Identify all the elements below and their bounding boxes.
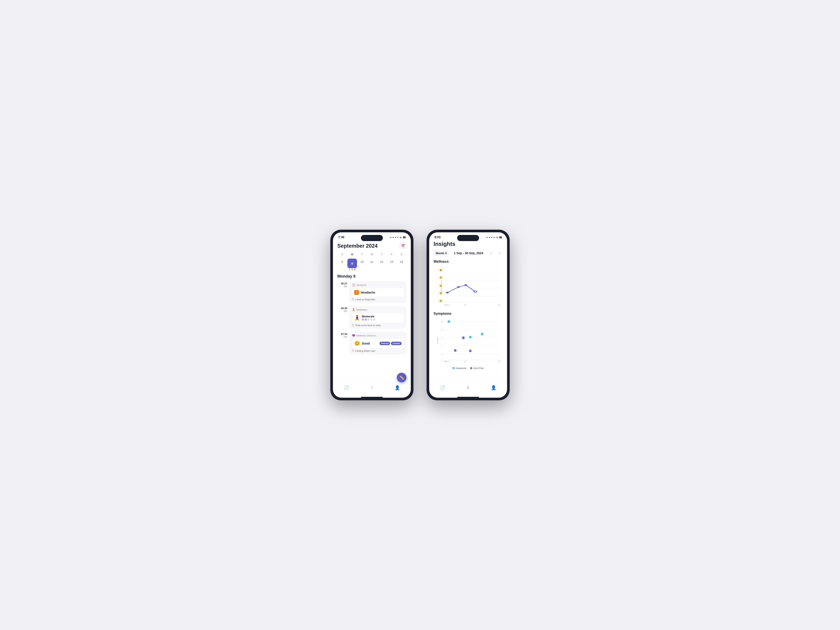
- nav-health-1[interactable]: ⚕: [367, 384, 376, 391]
- entry-symptom: 05:27 AM 📋 Symptom 7 Headache: [337, 281, 406, 303]
- meditation-type-icon: 🧘: [352, 308, 355, 311]
- date-icons-9: 🏃 🧘 ⚙️: [349, 268, 356, 271]
- symptoms-chart-container: Symptoms Intensity 10 8 6 4 2 0: [434, 312, 503, 370]
- calendar-days-header: S M T W T F S: [337, 252, 406, 257]
- status-icons-2: ● ● ● ● ▲ ▮▮: [486, 236, 502, 238]
- entry-card-symptom: 📋 Symptom 7 Headache ☐ I took an Ibuprof…: [349, 281, 406, 303]
- calendar-header: September 2024 📅: [337, 241, 406, 252]
- dot-2: [365, 319, 367, 321]
- sg-5: [444, 354, 501, 354]
- legend-headache: Headache: [452, 367, 467, 369]
- dynamic-island-2: [457, 235, 479, 241]
- h-dot-1: [448, 320, 450, 323]
- ampm-1: AM: [337, 285, 347, 288]
- signal-icon-1: ● ● ● ●: [390, 236, 399, 238]
- phone2-content: Insights Month ▾ 1 Sep - 30 Sep, 2024 ‹ …: [429, 241, 507, 382]
- chevron-down-icon: ▾: [445, 251, 447, 255]
- meditation-emoji: 🧘‍♀️: [354, 315, 360, 321]
- cal-cell-12[interactable]: 12: [377, 258, 387, 271]
- wellness-label: Good: [362, 342, 378, 345]
- cal-cell-13[interactable]: 13: [387, 258, 396, 271]
- cal-cell-8[interactable]: 8: [337, 258, 347, 271]
- x-label-21: 21: [498, 304, 501, 306]
- emoji-2: 😟: [439, 292, 442, 295]
- nav-journal-2[interactable]: 📄: [436, 384, 449, 391]
- icon-gear: ⚙️: [354, 268, 356, 271]
- nav-journal-1[interactable]: 📄: [340, 384, 353, 391]
- jp-dot-3: [469, 350, 472, 352]
- nav-profile-1[interactable]: 👤: [391, 384, 404, 391]
- day-header: Monday 9: [337, 274, 406, 279]
- month-selector[interactable]: Month ▾: [434, 251, 449, 256]
- symptom-severity-badge: 7: [354, 290, 359, 295]
- intensity-y-label: Intensity: [437, 338, 439, 344]
- legend-dot-joint: [470, 367, 472, 369]
- phone1-content: September 2024 📅 S M T W T F S: [333, 241, 411, 382]
- jp-dot-2: [454, 349, 456, 352]
- date-11: 11: [369, 259, 375, 265]
- entry-wellness: 07:34 AM 💜 Wellness Check-in 😊 Good Re: [337, 332, 406, 354]
- day-s2: S: [396, 252, 406, 257]
- wellness-chart-container: Wellness Wellness Check-in 😄 😊 😐 😟 😢: [434, 260, 503, 307]
- sx-sep1: Sep 1: [444, 360, 449, 363]
- sg-6: [444, 360, 501, 360]
- cal-cell-11[interactable]: 11: [367, 258, 377, 271]
- signal-icon-2: ● ● ● ●: [486, 236, 495, 238]
- home-indicator-2: [457, 397, 479, 398]
- meditation-note-text: Took some time to relax: [355, 324, 381, 327]
- nav-profile-2[interactable]: 👤: [487, 384, 500, 391]
- checkbox-icon-3: ☐: [352, 349, 354, 352]
- cal-cell-9[interactable]: 9 🏃 🧘 ⚙️: [347, 258, 357, 271]
- dot-5: [373, 319, 375, 321]
- month-selector-label: Month: [436, 251, 444, 255]
- wellness-line-svg: [445, 268, 501, 301]
- meditation-detail-row: 🧘‍♀️ Moderate: [352, 313, 404, 322]
- bottom-nav-2: 📄 ⚕ 👤: [429, 382, 507, 395]
- day-s1: S: [337, 252, 347, 257]
- status-icons-1: ● ● ● ● ▲ ▮▮: [390, 236, 406, 238]
- time-3: 07:34: [337, 333, 347, 336]
- emoji-4: 😊: [439, 276, 442, 279]
- sx-21: 21: [498, 360, 501, 363]
- svg-point-1: [457, 286, 460, 288]
- calendar-title: September 2024: [337, 243, 377, 249]
- next-arrow[interactable]: ›: [497, 250, 503, 256]
- prev-arrow[interactable]: ‹: [488, 250, 494, 256]
- cal-cell-10[interactable]: 10: [357, 258, 367, 271]
- chart-legend: Headache Joint Pain: [434, 366, 503, 370]
- meditation-info: Moderate: [362, 315, 402, 321]
- cal-cell-14[interactable]: 14: [396, 258, 406, 271]
- wellness-type-label: Wellness Check-in: [356, 334, 376, 337]
- fab-button[interactable]: ✏️: [397, 373, 406, 382]
- emoji-5: 😄: [439, 268, 442, 272]
- wellness-detail-row: 😊 Good Relaxed Grateful: [352, 339, 404, 348]
- wellness-chart: Wellness Check-in 😄 😊 😐 😟 😢: [434, 266, 503, 307]
- meditation-note: ☐ Took some time to relax: [352, 324, 404, 327]
- time-label-3: 07:34 AM: [337, 332, 347, 354]
- nav-health-2[interactable]: ⚕: [464, 384, 473, 391]
- scroll-spacer-2: [434, 375, 503, 379]
- phone2-screen: 8:03 ● ● ● ● ▲ ▮▮ Insights Month ▾ 1 Sep…: [429, 232, 507, 398]
- ampm-3: AM: [337, 336, 347, 338]
- sx-11: 11: [464, 360, 466, 363]
- time-display-1: 7:38: [338, 235, 344, 239]
- date-10: 10: [359, 259, 365, 265]
- checkbox-icon-1: ☐: [352, 298, 354, 301]
- y-10: 10: [441, 321, 443, 322]
- y-6: 6: [442, 337, 442, 339]
- battery-icon-1: ▮▮: [403, 236, 406, 238]
- symptom-note-text: I took an Ibuprofen: [355, 298, 375, 301]
- emoji-1: 😢: [439, 299, 442, 302]
- entry-meditation: 06:30 AM 🧘 Meditation 🧘‍♀️ Moderate: [337, 306, 406, 329]
- legend-label-headache: Headache: [456, 367, 467, 369]
- checkbox-icon-2: ☐: [352, 324, 354, 327]
- y-4: 4: [442, 344, 442, 346]
- entry-type-meditation: 🧘 Meditation: [352, 308, 404, 311]
- calendar-icon-btn[interactable]: 📅: [399, 242, 406, 249]
- calendar-grid: S M T W T F S 8 9: [337, 252, 406, 271]
- date-14: 14: [398, 259, 404, 265]
- ampm-2: AM: [337, 310, 347, 313]
- date-13: 13: [388, 259, 395, 265]
- entry-card-meditation: 🧘 Meditation 🧘‍♀️ Moderate: [349, 306, 406, 329]
- icon-med: 🧘: [351, 268, 353, 271]
